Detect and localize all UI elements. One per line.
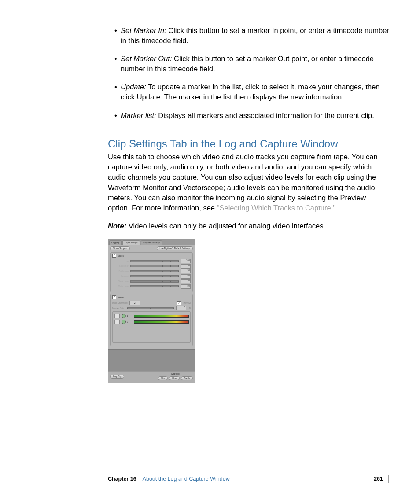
audio-checkbox[interactable]: ✓ — [112, 295, 116, 299]
slider-label: Black Level — [112, 280, 129, 283]
brightness-slider[interactable] — [130, 270, 179, 272]
slider-label: Hue — [112, 260, 129, 262]
input-channels-stepper[interactable]: 2 — [129, 301, 140, 305]
channel-2-meter — [134, 320, 189, 324]
capture-clip-button[interactable]: Clip — [158, 376, 168, 380]
slider-value[interactable]: 50 — [181, 264, 191, 269]
video-checkbox[interactable]: ✓ — [112, 254, 116, 258]
audio-group: ✓ Audio Input Channels: 2 ✓ Preview Mast… — [110, 294, 193, 346]
capture-label: Capture — [158, 373, 193, 375]
section-heading: Clip Settings Tab in the Log and Capture… — [108, 136, 389, 151]
slider-value[interactable]: 50 — [181, 269, 191, 273]
white-level-slider[interactable] — [130, 285, 179, 287]
meter-index: 1 — [127, 315, 133, 317]
capture-bar: Log Clip Capture Clip Now Batch — [108, 371, 195, 383]
bullet-body: To update a marker in the list, click to… — [121, 83, 380, 101]
video-group: ✓ Video Hue180 Saturation50 Brightness50… — [110, 252, 193, 292]
footer-page-number: 261 — [374, 475, 383, 483]
preview-checkbox[interactable]: ✓ — [177, 301, 181, 305]
slider-label: White Level — [112, 285, 129, 287]
slider-label: Saturation — [112, 265, 129, 267]
capture-batch-button[interactable]: Batch — [181, 376, 193, 380]
contrast-slider[interactable] — [130, 275, 179, 277]
channel-knob[interactable] — [122, 320, 126, 324]
bullet-term: Marker list: — [121, 111, 156, 119]
channel-1-meter — [134, 315, 189, 318]
note-label: Note: — [108, 222, 126, 230]
tab-clip-settings[interactable]: Clip Settings — [122, 240, 140, 245]
meter-index: 2 — [127, 321, 133, 323]
intro-text: Use this tab to choose which video and a… — [108, 153, 378, 211]
master-gain-slider[interactable] — [127, 307, 174, 309]
bullet-term: Set Marker In: — [121, 26, 166, 34]
log-clip-button[interactable]: Log Clip — [110, 375, 124, 379]
link-icon[interactable] — [114, 320, 120, 324]
black-level-slider[interactable] — [130, 280, 179, 283]
input-channels-label: Input Channels: — [112, 302, 128, 304]
slider-label: Brightness — [112, 270, 129, 272]
page-footer: Chapter 16 About the Log and Capture Win… — [108, 475, 389, 483]
bullet-body: Displays all markers and associated info… — [156, 111, 374, 119]
master-gain-value[interactable]: 0 — [176, 306, 186, 310]
bullet-item: Set Marker In: Click this button to set … — [114, 26, 389, 46]
hue-slider[interactable] — [130, 260, 179, 262]
bullet-term: Set Marker Out: — [121, 55, 172, 63]
note-paragraph: Note: Video levels can only be adjusted … — [108, 221, 389, 231]
preview-label: Preview — [183, 302, 191, 304]
intro-paragraph: Use this tab to choose which video and a… — [108, 152, 389, 213]
bullet-item: Update: To update a marker in the list, … — [114, 82, 389, 102]
video-scopes-button[interactable]: Video Scopes — [110, 246, 130, 250]
channel-knob[interactable] — [122, 314, 126, 318]
master-gain-label: Master Gain: — [112, 307, 125, 309]
capture-now-button[interactable]: Now — [169, 376, 180, 380]
tab-capture-settings[interactable]: Capture Settings — [141, 240, 162, 245]
audio-group-label: Audio — [118, 296, 124, 299]
video-group-label: Video — [118, 254, 124, 257]
bullet-term: Update: — [121, 83, 146, 91]
slider-value[interactable]: 180 — [181, 259, 191, 263]
db-suffix: dB — [188, 307, 191, 309]
slider-value[interactable]: 50 — [181, 279, 191, 283]
footer-chapter: Chapter 16 — [108, 475, 136, 483]
slider-value[interactable]: 50 — [181, 274, 191, 279]
footer-title: About the Log and Capture Window — [143, 475, 230, 483]
saturation-slider[interactable] — [130, 265, 179, 267]
empty-region — [108, 349, 195, 371]
speaker-icon[interactable] — [114, 314, 120, 318]
audio-meters: 1 2 — [112, 311, 191, 343]
use-defaults-button[interactable]: Use Digitizer's Default Settings — [157, 246, 193, 250]
slider-value[interactable]: 50 — [181, 284, 191, 289]
clip-settings-screenshot: Logging Clip Settings Capture Settings V… — [108, 239, 195, 383]
intro-link[interactable]: "Selecting Which Tracks to Capture." — [217, 204, 335, 212]
slider-label: Contrast — [112, 275, 129, 277]
tab-logging[interactable]: Logging — [109, 240, 122, 245]
tab-bar: Logging Clip Settings Capture Settings — [108, 239, 195, 245]
bullet-list: Set Marker In: Click this button to set … — [108, 26, 389, 121]
bullet-item: Set Marker Out: Click this button to set… — [114, 54, 389, 74]
bullet-item: Marker list: Displays all markers and as… — [114, 110, 389, 121]
note-body: Video levels can only be adjusted for an… — [126, 222, 325, 230]
